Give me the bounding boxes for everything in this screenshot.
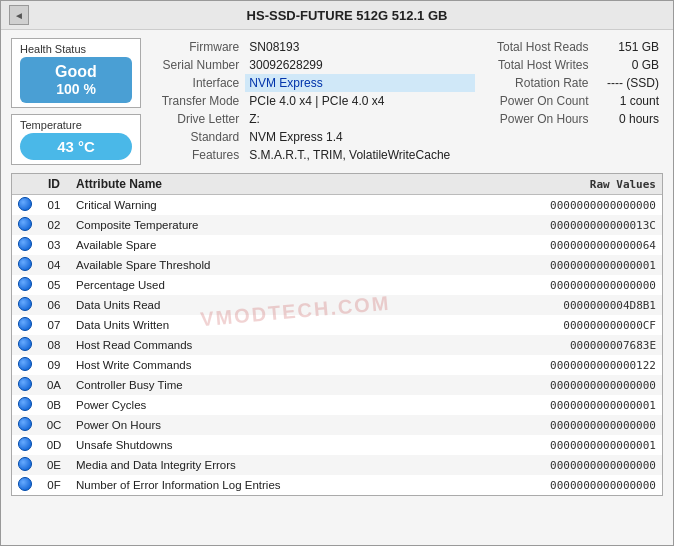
attributes-table: ID Attribute Name Raw Values 01Critical … (12, 174, 662, 495)
reads-value: 151 GB (593, 38, 664, 56)
table-row[interactable]: 05Percentage Used0000000000000000 (12, 275, 662, 295)
attr-id: 08 (38, 335, 70, 355)
main-window: ◄ HS-SSD-FUTURE 512G 512.1 GB Health Sta… (0, 0, 674, 546)
attr-id: 0A (38, 375, 70, 395)
status-icon (18, 197, 32, 211)
table-row[interactable]: 0FNumber of Error Information Log Entrie… (12, 475, 662, 495)
power-hours-row: Power On Hours 0 hours (483, 110, 663, 128)
center-panel: Firmware SN08193 Serial Number 300926282… (149, 38, 475, 165)
temp-label: Temperature (20, 119, 132, 131)
attr-raw: 0000000004D8B1 (453, 295, 662, 315)
attr-id: 04 (38, 255, 70, 275)
table-row[interactable]: 06Data Units Read0000000004D8B1 (12, 295, 662, 315)
left-panel: Health Status Good 100 % Temperature 43 … (11, 38, 141, 165)
row-icon (12, 395, 38, 415)
table-row[interactable]: 0BPower Cycles0000000000000001 (12, 395, 662, 415)
table-row[interactable]: 03Available Spare0000000000000064 (12, 235, 662, 255)
status-icon (18, 357, 32, 371)
table-row[interactable]: 09Host Write Commands0000000000000122 (12, 355, 662, 375)
writes-label: Total Host Writes (483, 56, 593, 74)
attr-name: Media and Data Integrity Errors (70, 455, 453, 475)
attr-name: Data Units Read (70, 295, 453, 315)
transfer-value: PCIe 4.0 x4 | PCIe 4.0 x4 (245, 92, 475, 110)
status-icon (18, 477, 32, 491)
attr-raw: 0000000000000001 (453, 255, 662, 275)
attr-name: Data Units Written (70, 315, 453, 335)
attr-name: Available Spare (70, 235, 453, 255)
attr-name: Power On Hours (70, 415, 453, 435)
attr-col-raw: Raw Values (453, 174, 662, 195)
right-panel: Total Host Reads 151 GB Total Host Write… (483, 38, 663, 165)
attr-raw: 000000000000CF (453, 315, 662, 335)
writes-row: Total Host Writes 0 GB (483, 56, 663, 74)
attr-col-name: Attribute Name (70, 174, 453, 195)
attr-raw: 0000000000000122 (453, 355, 662, 375)
top-section: Health Status Good 100 % Temperature 43 … (11, 38, 663, 165)
status-icon (18, 277, 32, 291)
attr-id: 02 (38, 215, 70, 235)
attr-raw: 0000000000000064 (453, 235, 662, 255)
table-row[interactable]: 02Composite Temperature000000000000013C (12, 215, 662, 235)
row-icon (12, 455, 38, 475)
transfer-label: Transfer Mode (149, 92, 245, 110)
health-status: Good (32, 63, 120, 81)
status-icon (18, 217, 32, 231)
firmware-label: Firmware (149, 38, 245, 56)
features-value: S.M.A.R.T., TRIM, VolatileWriteCache (245, 146, 475, 164)
standard-label: Standard (149, 128, 245, 146)
attr-name: Number of Error Information Log Entries (70, 475, 453, 495)
firmware-row: Firmware SN08193 (149, 38, 475, 56)
attr-id: 0B (38, 395, 70, 415)
row-icon (12, 255, 38, 275)
interface-value: NVM Express (245, 74, 475, 92)
main-content: Health Status Good 100 % Temperature 43 … (1, 30, 673, 504)
attr-header-row: ID Attribute Name Raw Values (12, 174, 662, 195)
power-hours-value: 0 hours (593, 110, 664, 128)
rotation-value: ---- (SSD) (593, 74, 664, 92)
row-icon (12, 435, 38, 455)
power-hours-label: Power On Hours (483, 110, 593, 128)
row-icon (12, 475, 38, 495)
table-row[interactable]: 0EMedia and Data Integrity Errors0000000… (12, 455, 662, 475)
table-row[interactable]: 04Available Spare Threshold0000000000000… (12, 255, 662, 275)
attr-id: 05 (38, 275, 70, 295)
transfer-row: Transfer Mode PCIe 4.0 x4 | PCIe 4.0 x4 (149, 92, 475, 110)
status-icon (18, 437, 32, 451)
status-icon (18, 457, 32, 471)
row-icon (12, 195, 38, 216)
attr-name: Critical Warning (70, 195, 453, 216)
attr-name: Composite Temperature (70, 215, 453, 235)
drive-value: Z: (245, 110, 475, 128)
power-count-label: Power On Count (483, 92, 593, 110)
drive-label: Drive Letter (149, 110, 245, 128)
table-row[interactable]: 0AController Busy Time0000000000000000 (12, 375, 662, 395)
attr-id: 07 (38, 315, 70, 335)
standard-value: NVM Express 1.4 (245, 128, 475, 146)
row-icon (12, 375, 38, 395)
status-icon (18, 297, 32, 311)
features-row: Features S.M.A.R.T., TRIM, VolatileWrite… (149, 146, 475, 164)
firmware-value: SN08193 (245, 38, 475, 56)
table-row[interactable]: 0CPower On Hours0000000000000000 (12, 415, 662, 435)
row-icon (12, 355, 38, 375)
status-icon (18, 337, 32, 351)
attr-raw: 0000000000000000 (453, 415, 662, 435)
interface-label: Interface (149, 74, 245, 92)
health-value-box: Good 100 % (20, 57, 132, 103)
attr-id: 0C (38, 415, 70, 435)
interface-row: Interface NVM Express (149, 74, 475, 92)
reads-label: Total Host Reads (483, 38, 593, 56)
attr-name: Controller Busy Time (70, 375, 453, 395)
serial-label: Serial Number (149, 56, 245, 74)
table-row[interactable]: 0DUnsafe Shutdowns0000000000000001 (12, 435, 662, 455)
attr-id: 0D (38, 435, 70, 455)
row-icon (12, 335, 38, 355)
table-row[interactable]: 01Critical Warning0000000000000000 (12, 195, 662, 216)
back-button[interactable]: ◄ (9, 5, 29, 25)
table-row[interactable]: 08Host Read Commands000000007683E (12, 335, 662, 355)
attr-raw: 0000000000000001 (453, 435, 662, 455)
attributes-body: 01Critical Warning000000000000000002Comp… (12, 195, 662, 496)
standard-row: Standard NVM Express 1.4 (149, 128, 475, 146)
table-row[interactable]: 07Data Units Written000000000000CF (12, 315, 662, 335)
attr-name: Host Write Commands (70, 355, 453, 375)
